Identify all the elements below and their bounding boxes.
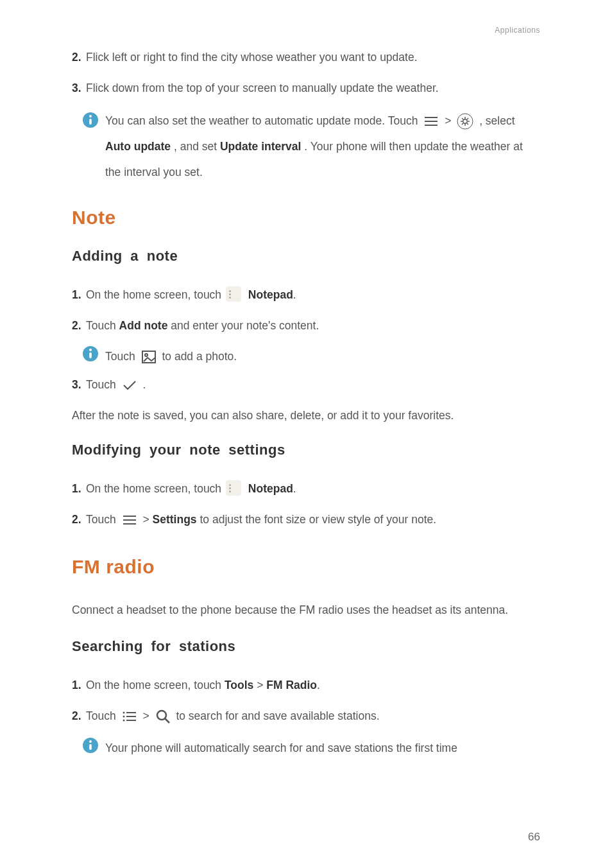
header-section-label: Applications xyxy=(72,26,540,35)
modify-step-1: 1. On the home screen, touch Notepad. xyxy=(72,478,540,499)
step-number: 2. xyxy=(72,315,86,336)
svg-rect-18 xyxy=(89,352,92,358)
note-step-1: 1. On the home screen, touch Notepad. xyxy=(72,284,540,306)
text: to adjust the font size or view style of… xyxy=(200,513,436,526)
text: , select xyxy=(479,114,514,127)
svg-point-25 xyxy=(123,716,124,718)
step-number: 1. xyxy=(72,478,86,499)
text: Add note xyxy=(119,319,168,332)
gear-circle-icon xyxy=(457,113,473,130)
svg-line-14 xyxy=(462,123,463,125)
notepad-icon xyxy=(226,480,241,496)
text: On the home screen, touch xyxy=(86,288,225,301)
svg-rect-34 xyxy=(89,744,92,750)
hamburger-icon xyxy=(122,514,137,526)
text: Notepad xyxy=(248,482,293,495)
text: . xyxy=(293,288,296,301)
step-body: On the home screen, touch Notepad. xyxy=(86,284,540,306)
step-body: Touch Add note and enter your note's con… xyxy=(86,315,540,336)
svg-point-30 xyxy=(157,711,166,720)
svg-point-33 xyxy=(89,740,92,743)
heading-note: Note xyxy=(72,207,540,229)
step-body: Touch > Settings to adjust the font size… xyxy=(86,508,540,530)
step-number: 1. xyxy=(72,284,86,306)
note-info-photo: Touch to add a photo. xyxy=(80,345,540,367)
text: to search for and save available station… xyxy=(176,709,379,722)
step-number: 1. xyxy=(72,674,86,696)
text: > xyxy=(257,679,266,691)
subheading-adding-note: Adding a note xyxy=(72,248,540,265)
info-text: You can also set the weather to automati… xyxy=(101,108,540,185)
text: Notepad xyxy=(248,288,293,301)
text: > xyxy=(445,114,454,127)
note-step-3: 3. Touch . xyxy=(72,374,540,395)
text: . xyxy=(293,482,296,495)
text: . xyxy=(317,679,320,691)
text: Auto update xyxy=(105,140,171,153)
text: . xyxy=(142,378,146,391)
svg-line-12 xyxy=(462,118,463,119)
info-icon xyxy=(82,737,99,754)
text: , and set xyxy=(174,140,220,153)
subheading-modifying: Modifying your note settings xyxy=(72,442,540,458)
step-body: Flick left or right to find the city who… xyxy=(86,46,540,68)
search-icon xyxy=(155,709,171,724)
text: and enter your note's content. xyxy=(171,319,319,332)
text: Update interval xyxy=(220,140,301,153)
fm-info: Your phone will automatically search for… xyxy=(80,737,540,759)
fm-intro: Connect a headset to the phone because t… xyxy=(72,597,540,623)
fm-step-1: 1. On the home screen, touch Tools > FM … xyxy=(72,674,540,696)
step-body: Touch > to search for and save available… xyxy=(86,705,540,727)
text: Settings xyxy=(153,513,197,526)
svg-rect-2 xyxy=(89,119,92,125)
text: > xyxy=(142,709,152,722)
svg-line-13 xyxy=(467,123,468,125)
info-text: Your phone will automatically search for… xyxy=(101,737,540,759)
svg-point-26 xyxy=(123,720,124,722)
image-icon xyxy=(141,350,157,364)
text: to add a photo. xyxy=(162,350,237,363)
svg-point-1 xyxy=(89,115,92,117)
text: Touch xyxy=(86,378,119,391)
heading-fm: FM radio xyxy=(72,556,540,578)
text: Touch xyxy=(86,709,119,722)
subheading-searching: Searching for stations xyxy=(72,638,540,655)
svg-point-6 xyxy=(457,114,473,129)
text: FM Radio xyxy=(266,679,317,691)
weather-info-note: You can also set the weather to automati… xyxy=(80,108,540,185)
text: > xyxy=(142,513,152,526)
info-icon xyxy=(82,112,99,128)
weather-step-2: 2. Flick left or right to find the city … xyxy=(72,46,540,68)
info-text: Touch to add a photo. xyxy=(101,345,540,367)
text: Touch xyxy=(105,350,139,363)
text: Tools xyxy=(225,679,253,691)
svg-line-15 xyxy=(467,118,468,119)
step-number: 2. xyxy=(72,46,86,68)
text: Touch xyxy=(86,513,119,526)
svg-point-17 xyxy=(89,349,92,351)
step-number: 3. xyxy=(72,77,86,99)
step-body: Touch . xyxy=(86,374,540,395)
notepad-icon xyxy=(226,286,241,302)
svg-line-31 xyxy=(165,718,169,723)
weather-step-3: 3. Flick down from the top of your scree… xyxy=(72,77,540,99)
info-icon xyxy=(82,345,99,362)
text: Touch xyxy=(86,319,119,332)
step-number: 2. xyxy=(72,705,86,727)
svg-point-20 xyxy=(145,354,148,356)
modify-step-2: 2. Touch > Settings to adjust the font s… xyxy=(72,508,540,530)
svg-point-7 xyxy=(463,119,467,123)
text: On the home screen, touch xyxy=(86,482,225,495)
fm-step-2: 2. Touch > to search for and save availa… xyxy=(72,705,540,727)
svg-point-24 xyxy=(123,712,124,714)
note-after-text: After the note is saved, you can also sh… xyxy=(72,404,540,426)
page-number: 66 xyxy=(528,831,540,844)
step-body: Flick down from the top of your screen t… xyxy=(86,77,540,99)
page-content: Applications 2. Flick left or right to f… xyxy=(0,0,612,759)
step-body: On the home screen, touch Tools > FM Rad… xyxy=(86,674,540,696)
step-number: 3. xyxy=(72,374,86,395)
text: You can also set the weather to automati… xyxy=(105,114,421,127)
check-icon xyxy=(122,379,137,392)
list-icon xyxy=(122,710,137,723)
text: On the home screen, touch xyxy=(86,679,225,691)
